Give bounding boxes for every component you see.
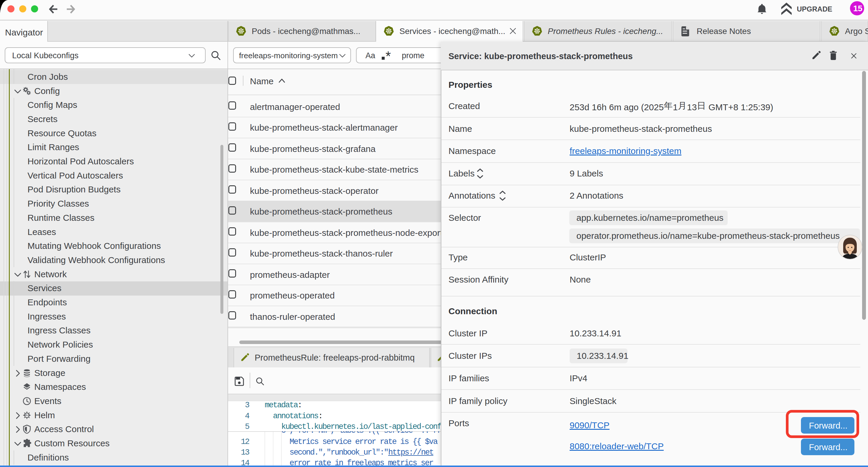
svg-text:HELM: HELM — [24, 414, 30, 416]
svg-text:*: * — [385, 50, 391, 61]
